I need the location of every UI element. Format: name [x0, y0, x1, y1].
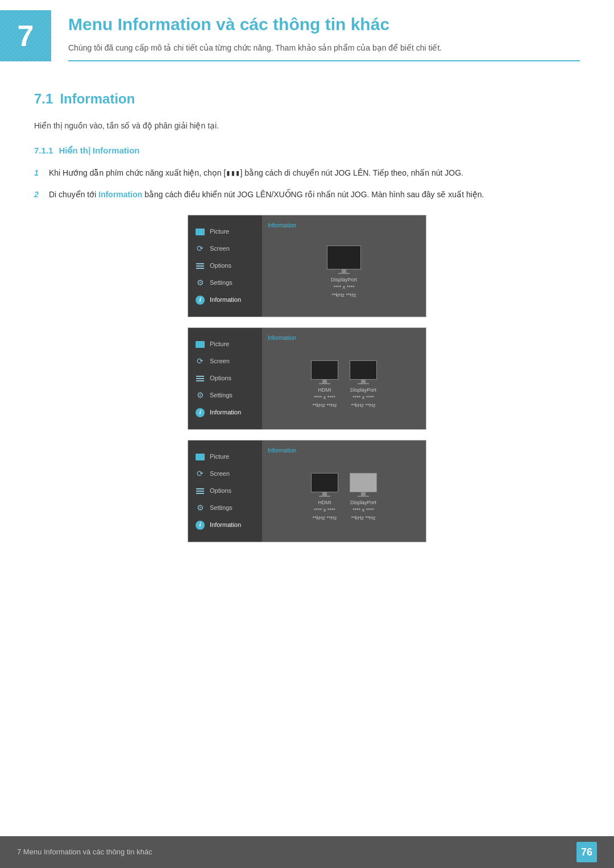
screen-icon-3: ⟳	[195, 469, 205, 479]
step-2-highlight: Information	[98, 190, 142, 199]
menu-panel-2: Picture ⟳ Screen Options	[188, 328, 262, 429]
settings-icon-3: ⚙	[195, 503, 205, 513]
screenshots-container: Picture ⟳ Screen Options	[34, 215, 580, 542]
information-icon: i	[195, 295, 205, 305]
picture-icon	[195, 227, 205, 237]
step-2-num: 2	[34, 188, 42, 201]
panel-title-3: Information	[268, 446, 420, 455]
step-1-text: Khi Hướng dẫn phím chức năng xuất hiện, …	[49, 167, 580, 179]
menu-item-picture-3: Picture	[188, 448, 262, 466]
step-1-num: 1	[34, 167, 42, 179]
section-title: Information	[60, 89, 135, 109]
information-icon-3: i	[195, 520, 205, 530]
screen-base-left-3	[319, 496, 330, 497]
menu-item-screen-2: ⟳ Screen	[188, 353, 262, 370]
monitor-right-2: DisplayPort**** x ******kHz **Hz	[350, 360, 377, 410]
section-number: 7.1	[34, 89, 53, 109]
screen-icon: ⟳	[195, 244, 205, 254]
screen-base-right-2	[358, 383, 369, 384]
options-icon-2	[195, 373, 205, 384]
screen-icon-2: ⟳	[195, 356, 205, 367]
menu-item-picture: Picture	[188, 223, 262, 240]
menu-panel-3: Picture ⟳ Screen Options	[188, 441, 262, 542]
chapter-description: Chúng tôi đã cung cấp mô tả chi tiết của…	[68, 41, 580, 54]
menu-item-options-3: Options	[188, 483, 262, 500]
panel-body-1: DisplayPort**** x ******kHz **Hz	[268, 234, 420, 311]
monitor-label-left-3: HDMI**** x ******kHz **Hz	[312, 499, 337, 522]
settings-icon: ⚙	[195, 278, 205, 288]
options-icon-3	[195, 486, 205, 496]
panel-title-1: Information	[268, 221, 420, 230]
step-2-text: Di chuyển tới Information bằng cách điều…	[49, 188, 580, 201]
monitor-left-2: HDMI**** x ******kHz **Hz	[311, 360, 338, 410]
menu-item-settings-3: ⚙ Settings	[188, 500, 262, 517]
options-icon	[195, 261, 205, 271]
subsection-number: 7.1.1	[34, 144, 53, 157]
content-panel-1: Information DisplayPort**** x ******kHz …	[262, 215, 426, 317]
menu-item-information-3: i Information	[188, 517, 262, 534]
screen-base-1	[338, 273, 350, 274]
subsection-heading: 7.1.1 Hiển thị Information	[34, 144, 580, 157]
screen-base-right-3	[358, 496, 369, 497]
information-icon-2: i	[195, 408, 205, 418]
menu-item-information-2: i Information	[188, 404, 262, 421]
settings-icon-2: ⚙	[195, 391, 205, 401]
screen-display-right-2	[350, 360, 377, 380]
screen-display-left-2	[311, 360, 338, 380]
picture-icon-2	[195, 339, 205, 350]
footer-text: 7 Menu Information và các thông tin khác	[17, 846, 152, 858]
monitor-label-right-3: DisplayPort**** x ******kHz **Hz	[350, 499, 376, 522]
mockup-2: Picture ⟳ Screen Options	[188, 327, 426, 430]
monitor-label-left-2: HDMI**** x ******kHz **Hz	[312, 387, 337, 410]
menu-item-options: Options	[188, 258, 262, 275]
mockup-1: Picture ⟳ Screen Options	[188, 215, 426, 317]
subsection-title: Hiển thị Information	[59, 144, 139, 157]
screen-display-left-3	[311, 473, 338, 492]
footer-page-number: 76	[576, 842, 597, 862]
picture-icon-3	[195, 452, 205, 462]
section-heading: 7.1 Information	[34, 89, 580, 109]
panel-title-2: Information	[268, 334, 420, 342]
steps-list: 1 Khi Hướng dẫn phím chức năng xuất hiện…	[34, 167, 580, 201]
panel-body-2: HDMI**** x ******kHz **Hz DisplayPort***…	[268, 347, 420, 423]
menu-item-screen: ⟳ Screen	[188, 240, 262, 258]
chapter-number: 7	[0, 10, 51, 61]
page-footer: 7 Menu Information và các thông tin khác…	[0, 836, 614, 868]
content-panel-3: Information HDMI**** x ******kHz **Hz	[262, 441, 426, 542]
monitor-left-3: HDMI**** x ******kHz **Hz	[311, 473, 338, 522]
step-2: 2 Di chuyển tới Information bằng cách đi…	[34, 188, 580, 201]
two-monitors-2: HDMI**** x ******kHz **Hz DisplayPort***…	[311, 360, 377, 410]
section-intro: Hiển thị nguồn vào, tần số và độ phân gi…	[34, 119, 580, 132]
monitor-label-1: DisplayPort**** x ******kHz **Hz	[331, 276, 357, 300]
chapter-header: 7 Menu Information và các thông tin khác…	[0, 0, 614, 72]
monitor-right-3: DisplayPort**** x ******kHz **Hz	[350, 473, 377, 522]
menu-panel-1: Picture ⟳ Screen Options	[188, 215, 262, 317]
menu-item-screen-3: ⟳ Screen	[188, 466, 262, 483]
screen-base-left-2	[319, 383, 330, 384]
menu-item-options-2: Options	[188, 370, 262, 387]
main-content: 7.1 Information Hiển thị nguồn vào, tần …	[0, 89, 614, 542]
menu-item-information: i Information	[188, 292, 262, 309]
screen-display-right-3	[350, 473, 377, 492]
menu-item-settings-2: ⚙ Settings	[188, 387, 262, 404]
screen-display-1	[327, 246, 361, 269]
step-1: 1 Khi Hướng dẫn phím chức năng xuất hiện…	[34, 167, 580, 179]
chapter-title: Menu Information và các thông tin khác	[68, 11, 580, 37]
chapter-title-area: Menu Information và các thông tin khác C…	[68, 10, 580, 61]
panel-body-3: HDMI**** x ******kHz **Hz DisplayPort***…	[268, 459, 420, 536]
two-monitors-3: HDMI**** x ******kHz **Hz DisplayPort***…	[311, 473, 377, 522]
monitor-label-right-2: DisplayPort**** x ******kHz **Hz	[350, 387, 376, 410]
menu-item-settings: ⚙ Settings	[188, 275, 262, 292]
menu-item-picture-2: Picture	[188, 336, 262, 353]
content-panel-2: Information HDMI**** x ******kHz **Hz	[262, 328, 426, 429]
monitor-graphic-1: DisplayPort**** x ******kHz **Hz	[327, 246, 361, 300]
mockup-3: Picture ⟳ Screen Options	[188, 440, 426, 542]
